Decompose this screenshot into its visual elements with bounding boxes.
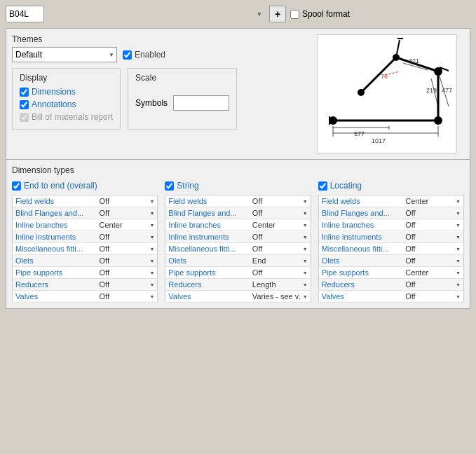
table-row: Pipe supports Off <box>13 267 158 279</box>
row-value[interactable]: Center <box>402 267 463 279</box>
enabled-checkbox[interactable] <box>123 50 132 60</box>
row-value[interactable]: Off <box>250 195 311 207</box>
row-value-select[interactable]: End <box>252 256 308 265</box>
row-value[interactable]: Center <box>402 195 463 207</box>
row-value-select[interactable]: Off <box>100 209 155 217</box>
profile-dropdown[interactable]: B04L <box>6 6 44 22</box>
locating-table: Field welds Center Blind Flanges and... … <box>318 195 464 303</box>
content-area: Themes Default Enabled Display Di <box>6 28 470 160</box>
table-row: Reducers Off <box>318 279 463 291</box>
row-value-select[interactable]: Center <box>252 221 308 229</box>
table-row: Blind Flanges and... Off <box>13 207 158 219</box>
row-value-select[interactable]: Off <box>405 221 461 229</box>
value-dropdown-wrapper: Off <box>405 209 461 217</box>
string-checkbox[interactable] <box>165 181 174 191</box>
row-value-select[interactable]: Off <box>405 209 461 217</box>
row-value[interactable]: Off <box>97 255 158 267</box>
spool-format-section: Spool format <box>290 9 350 19</box>
row-value-select[interactable]: Varies - see v... <box>252 292 308 301</box>
row-value[interactable]: Off <box>97 267 158 279</box>
table-row: Inline branches Off <box>318 219 463 231</box>
row-value-select[interactable]: Off <box>252 209 308 217</box>
row-value[interactable]: Off <box>402 279 463 291</box>
row-value[interactable]: Off <box>402 243 463 255</box>
row-value-select[interactable]: Off <box>405 292 461 301</box>
themes-dropdown[interactable]: Default <box>12 47 117 62</box>
end-to-end-checkbox[interactable] <box>12 181 21 191</box>
value-dropdown-wrapper: Off <box>100 245 155 253</box>
row-value[interactable]: Off <box>97 195 158 207</box>
dimensions-checkbox[interactable] <box>20 88 29 97</box>
symbols-row: Symbols 0.75 <box>135 95 229 111</box>
row-value[interactable]: Center <box>250 219 311 231</box>
row-value[interactable]: Off <box>97 291 158 303</box>
row-value[interactable]: Off <box>97 231 158 243</box>
row-label: Miscellaneous fitti... <box>318 243 402 255</box>
row-value[interactable]: Length <box>250 279 311 291</box>
profile-dropdown-wrapper: B04L <box>6 6 265 22</box>
value-dropdown-wrapper: Off <box>405 292 461 301</box>
row-value[interactable]: Off <box>97 279 158 291</box>
row-value-select[interactable]: Off <box>100 268 155 277</box>
value-dropdown-wrapper: Off <box>405 256 461 265</box>
table-row: Field welds Off <box>13 195 158 207</box>
svg-point-9 <box>358 89 365 96</box>
value-dropdown-wrapper: Off <box>100 209 155 217</box>
row-value[interactable]: Center <box>97 219 158 231</box>
value-dropdown-wrapper: Off <box>100 292 155 301</box>
row-value-select[interactable]: Off <box>405 256 461 265</box>
spool-format-label: Spool format <box>302 9 350 19</box>
row-value-select[interactable]: Length <box>252 280 308 289</box>
row-value-select[interactable]: Off <box>252 245 308 253</box>
add-button[interactable]: + <box>269 6 286 22</box>
row-value[interactable]: Off <box>402 231 463 243</box>
row-value[interactable]: Off <box>402 255 463 267</box>
symbols-input[interactable]: 0.75 <box>173 95 229 111</box>
spool-format-checkbox[interactable] <box>290 10 299 19</box>
dim-column-string: String Field welds Off Blind Flanges and… <box>165 181 311 303</box>
row-value[interactable]: Off <box>250 231 311 243</box>
row-value-select[interactable]: Off <box>100 233 155 241</box>
row-value-select[interactable]: Off <box>405 245 461 253</box>
row-value[interactable]: Off <box>402 207 463 219</box>
value-dropdown-wrapper: Off <box>252 245 308 253</box>
row-value[interactable]: Off <box>250 207 311 219</box>
row-label: Inline instruments <box>165 231 250 243</box>
value-dropdown-wrapper: Center <box>100 221 155 229</box>
row-value-select[interactable]: Center <box>405 268 461 277</box>
row-value[interactable]: Off <box>250 243 311 255</box>
row-value-select[interactable]: Off <box>100 292 155 301</box>
row-value-select[interactable]: Off <box>100 280 155 289</box>
row-value-select[interactable]: Center <box>405 197 461 205</box>
row-value-select[interactable]: Off <box>100 245 155 253</box>
row-value[interactable]: Varies - see v... <box>250 291 311 303</box>
locating-checkbox[interactable] <box>318 181 327 191</box>
table-row: Inline instruments Off <box>165 231 311 243</box>
table-row: Pipe supports Off <box>165 267 311 279</box>
row-value[interactable]: End <box>250 255 311 267</box>
value-dropdown-wrapper: Off <box>100 268 155 277</box>
row-value[interactable]: Off <box>402 291 463 303</box>
row-value-select[interactable]: Off <box>252 197 308 205</box>
end-to-end-table: Field welds Off Blind Flanges and... Off <box>12 195 158 303</box>
row-label: Field welds <box>13 195 97 207</box>
string-table: Field welds Off Blind Flanges and... Off <box>165 195 311 303</box>
row-value-select[interactable]: Off <box>100 197 155 205</box>
row-value-select[interactable]: Off <box>405 233 461 241</box>
value-dropdown-wrapper: Off <box>100 280 155 289</box>
row-label: Valves <box>13 291 97 303</box>
bill-checkbox[interactable] <box>20 113 29 122</box>
row-value[interactable]: Off <box>250 267 311 279</box>
row-value-select[interactable]: Off <box>252 268 308 277</box>
themes-label: Themes <box>12 34 311 44</box>
annotations-checkbox[interactable] <box>20 100 29 109</box>
row-value-select[interactable]: Center <box>100 221 155 229</box>
row-value-select[interactable]: Off <box>252 233 308 241</box>
row-value-select[interactable]: Off <box>405 280 461 289</box>
preview-svg: 76 321 219 577 1017 <box>319 36 456 152</box>
row-value[interactable]: Off <box>97 243 158 255</box>
row-value[interactable]: Off <box>97 207 158 219</box>
row-value[interactable]: Off <box>402 219 463 231</box>
scale-title: Scale <box>135 73 229 83</box>
row-value-select[interactable]: Off <box>100 256 155 265</box>
